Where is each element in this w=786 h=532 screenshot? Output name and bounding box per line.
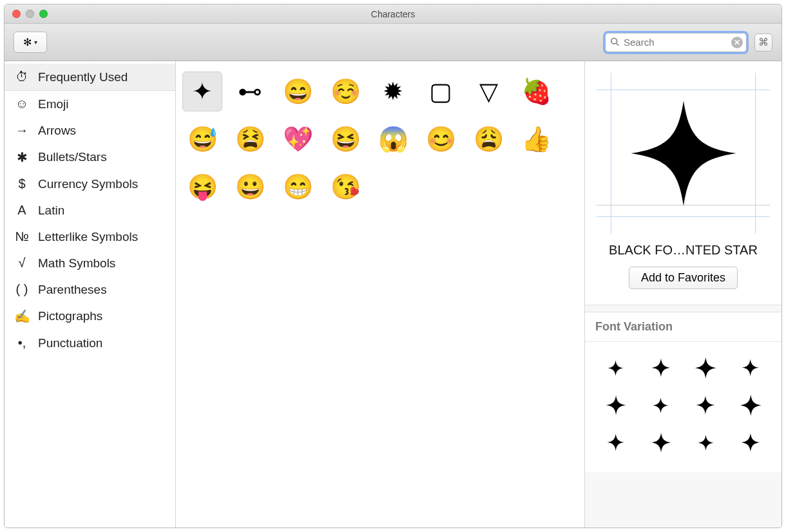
character-grid-panel: ✦⊷😄☺️✹▢▽🍓😅😫💖😆😱😊😩👍😝😀😁😘 <box>176 61 584 527</box>
category-icon: •, <box>14 336 30 350</box>
sidebar-item-math-symbols[interactable]: √Math Symbols <box>5 250 175 276</box>
character-preview-card: BLACK FO…NTED STAR Add to Favorites <box>585 61 781 305</box>
character-white-down-triangle[interactable]: ▽ <box>468 71 508 111</box>
font-variation-section: Font Variation <box>585 312 781 472</box>
toolbar: ✻ ▾ ✕ ⌘ <box>5 24 781 61</box>
sidebar-item-bullets-stars[interactable]: ✱Bullets/Stars <box>5 144 175 171</box>
sidebar-item-label: Emoji <box>38 97 69 111</box>
sidebar-item-label: Parentheses <box>38 283 107 297</box>
sidebar-item-label: Pictographs <box>38 309 102 323</box>
character-strawberry[interactable]: 🍓 <box>516 71 556 111</box>
large-glyph <box>597 73 770 234</box>
character-smiling-face-open-mouth[interactable]: 😄 <box>278 71 318 111</box>
sidebar-item-emoji[interactable]: ☺Emoji <box>5 91 175 117</box>
window-controls <box>5 10 48 18</box>
font-variation-item[interactable] <box>693 392 718 418</box>
character-smiling-face-tightly-closed-eyes[interactable]: 😆 <box>325 119 365 159</box>
sidebar-item-letterlike-symbols[interactable]: №Letterlike Symbols <box>5 223 175 250</box>
sidebar-item-label: Math Symbols <box>38 256 115 271</box>
keyboard-icon: ⌘ <box>758 36 769 48</box>
font-variation-item[interactable] <box>603 355 629 381</box>
sidebar-item-label: Punctuation <box>38 336 102 350</box>
chevron-down-icon: ▾ <box>34 39 37 46</box>
category-icon: A <box>14 203 30 218</box>
category-icon: ✍ <box>14 309 30 324</box>
font-variation-item[interactable] <box>603 392 629 418</box>
sidebar-item-label: Bullets/Stars <box>38 150 107 164</box>
font-variation-item[interactable] <box>693 355 718 381</box>
category-icon: $ <box>14 176 30 191</box>
font-variation-item[interactable] <box>603 430 629 455</box>
character-smiling-face-cold-sweat[interactable]: 😅 <box>182 119 222 159</box>
gear-icon: ✻ <box>23 36 32 48</box>
character-weary-face[interactable]: 😩 <box>468 119 508 159</box>
sidebar-item-label: Arrows <box>38 124 76 138</box>
sidebar-item-pictographs[interactable]: ✍Pictographs <box>5 303 175 330</box>
svg-point-0 <box>611 38 617 44</box>
category-icon: № <box>14 229 30 244</box>
character-twelve-pointed-star[interactable]: ✹ <box>373 71 413 111</box>
character-white-square[interactable]: ▢ <box>421 71 461 111</box>
character-smiling-face-smiling-eyes[interactable]: 😊 <box>421 119 461 159</box>
sidebar-item-label: Frequently Used <box>38 70 128 84</box>
character-sparkling-heart[interactable]: 💖 <box>278 119 318 159</box>
search-field: ✕ <box>605 33 747 52</box>
font-variation-item[interactable] <box>693 430 718 455</box>
category-icon: → <box>14 123 30 138</box>
font-variation-item[interactable] <box>648 430 674 455</box>
category-icon: ⏱ <box>14 70 30 84</box>
sidebar-item-currency-symbols[interactable]: $Currency Symbols <box>5 171 175 197</box>
character-tired-face[interactable]: 😫 <box>230 119 270 159</box>
add-to-favorites-button[interactable]: Add to Favorites <box>629 267 738 289</box>
sidebar-item-label: Latin <box>38 204 64 218</box>
character-grinning-face[interactable]: 😀 <box>230 167 270 207</box>
inspector-panel: BLACK FO…NTED STAR Add to Favorites Font… <box>584 61 781 527</box>
sidebar-item-arrows[interactable]: →Arrows <box>5 117 175 144</box>
character-smiling-face[interactable]: ☺️ <box>325 71 365 111</box>
character-face-screaming[interactable]: 😱 <box>373 119 413 159</box>
category-sidebar: ⏱Frequently Used☺Emoji→Arrows✱Bullets/St… <box>5 61 176 527</box>
minimize-button[interactable] <box>26 10 34 18</box>
character-thumbs-up[interactable]: 👍 <box>516 119 556 159</box>
sidebar-item-label: Currency Symbols <box>38 177 138 191</box>
font-variation-item[interactable] <box>648 355 674 381</box>
sidebar-item-parentheses[interactable]: ( )Parentheses <box>5 276 175 303</box>
character-face-stuck-out-tongue-closed-eyes[interactable]: 😝 <box>182 167 222 207</box>
sidebar-item-label: Letterlike Symbols <box>38 230 138 244</box>
sidebar-item-frequently-used[interactable]: ⏱Frequently Used <box>5 64 175 91</box>
character-grid: ✦⊷😄☺️✹▢▽🍓😅😫💖😆😱😊😩👍😝😀😁😘 <box>182 71 578 207</box>
character-image-of[interactable]: ⊷ <box>230 71 270 111</box>
character-black-four-pointed-star[interactable]: ✦ <box>182 71 222 111</box>
search-icon <box>610 37 619 48</box>
sidebar-item-punctuation[interactable]: •,Punctuation <box>5 330 175 356</box>
glyph-preview-box <box>597 73 770 234</box>
character-name-label: BLACK FO…NTED STAR <box>597 243 770 258</box>
font-variation-item[interactable] <box>648 392 674 418</box>
font-variation-item[interactable] <box>738 355 763 381</box>
characters-window: Characters ✻ ▾ ✕ ⌘ ⏱Frequently Used☺Emoj… <box>4 4 782 528</box>
main-area: ⏱Frequently Used☺Emoji→Arrows✱Bullets/St… <box>5 61 781 527</box>
search-input[interactable] <box>605 33 747 52</box>
font-variation-header: Font Variation <box>585 312 781 342</box>
titlebar: Characters <box>5 5 781 24</box>
sidebar-item-latin[interactable]: ALatin <box>5 197 175 223</box>
close-button[interactable] <box>12 10 21 18</box>
category-icon: ( ) <box>14 282 30 297</box>
clear-search-icon[interactable]: ✕ <box>731 37 743 48</box>
character-grinning-face-smiling-eyes[interactable]: 😁 <box>278 167 318 207</box>
font-variation-item[interactable] <box>738 430 763 455</box>
window-title: Characters <box>5 9 781 19</box>
svg-line-1 <box>617 43 619 46</box>
category-icon: √ <box>14 256 30 271</box>
character-face-throwing-a-kiss[interactable]: 😘 <box>325 167 365 207</box>
font-variation-item[interactable] <box>738 392 763 418</box>
category-icon: ☺ <box>14 97 30 111</box>
toggle-view-button[interactable]: ⌘ <box>754 33 772 52</box>
font-variation-grid <box>585 342 781 472</box>
zoom-button[interactable] <box>39 10 48 18</box>
action-menu-button[interactable]: ✻ ▾ <box>14 32 47 53</box>
category-icon: ✱ <box>14 149 30 165</box>
